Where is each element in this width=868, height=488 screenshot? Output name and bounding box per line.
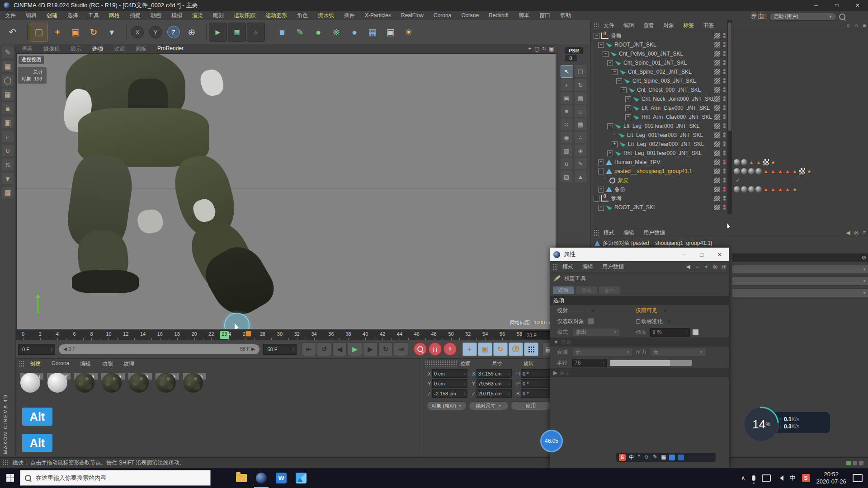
texture-mode-icon[interactable]: ◯ — [2, 75, 14, 86]
polygons-mode-icon[interactable]: ⌐ — [2, 131, 14, 142]
layer-square-icon[interactable] — [714, 51, 720, 56]
texture-tags[interactable]: ▲▲▲▲▲★ — [734, 168, 812, 174]
sphere-tag-icon[interactable] — [748, 168, 755, 174]
diamond-icon[interactable]: ◇ — [575, 105, 586, 117]
coordinate-system-icon[interactable]: ⊕ — [183, 23, 200, 41]
taskbar-search-input[interactable]: 在这里输入你要搜索的内容 — [20, 470, 211, 486]
visibility-dots[interactable] — [723, 33, 726, 39]
list-icon[interactable]: ≡ — [561, 105, 572, 117]
expand-toggle[interactable]: + — [625, 114, 631, 120]
pan-view-icon[interactable]: + — [526, 46, 533, 52]
rotate-tool-icon[interactable]: ↻ — [85, 23, 102, 41]
tri-tag-icon[interactable]: ▲ — [770, 186, 776, 192]
search-icon[interactable]: ○ — [693, 263, 702, 270]
expand-toggle[interactable]: └ — [612, 133, 617, 138]
viewport-menu-item[interactable]: 面板 — [130, 45, 152, 53]
radius-slider[interactable] — [610, 360, 692, 366]
minimize-button[interactable]: ─ — [806, 0, 826, 11]
record-position-toggle[interactable]: + — [462, 343, 477, 356]
grid-mode-icon[interactable]: ▦ — [2, 187, 14, 198]
taskbar-cinema4d[interactable] — [251, 468, 271, 488]
sphere-tag-icon[interactable] — [755, 168, 762, 174]
tri-tag-icon[interactable]: ▲ — [763, 168, 769, 174]
strength-field[interactable]: 9 %↕ — [650, 328, 690, 337]
object-label[interactable]: Lft_Arm_Clav000_JNT_SKL — [642, 105, 710, 111]
speaker-icon[interactable] — [777, 475, 783, 481]
move-icon[interactable]: + — [561, 79, 572, 91]
layers-icon[interactable]: ▤ — [575, 118, 586, 130]
material-item[interactable]: Materia — [182, 371, 207, 380]
menu-item[interactable]: 文件 — [0, 12, 21, 19]
visibility-dots[interactable] — [723, 195, 726, 202]
home-icon[interactable]: ⌂ — [852, 22, 860, 28]
menu-item[interactable]: 运动图形 — [260, 12, 292, 19]
falloff-dropdown[interactable]: 无▼ — [572, 348, 633, 357]
record-pla-toggle[interactable] — [524, 343, 538, 356]
object-label[interactable]: Lft_Leg_001Tear000_JNT_SKL — [623, 123, 699, 129]
object-label[interactable]: Lft_Leg_001Tear003_JNT_SKL — [627, 132, 703, 138]
brush-section-header[interactable]: ▼ 笔刷 — [550, 338, 729, 347]
taskbar-photos[interactable] — [291, 468, 311, 488]
object-tree-scrollbar[interactable] — [727, 20, 732, 214]
layer-square-icon[interactable] — [714, 187, 720, 192]
layer-square-icon[interactable] — [714, 60, 720, 66]
viewport-menu-item[interactable]: 摄像机 — [38, 45, 65, 53]
notification-center-icon[interactable] — [853, 474, 863, 482]
paint-mode-icon[interactable]: ▼ — [2, 173, 14, 184]
tray-chevron-icon[interactable]: ∧ — [741, 474, 745, 481]
side-dropdown[interactable]: ▼ — [732, 265, 868, 274]
divider[interactable] — [267, 24, 271, 40]
loop-play-button[interactable]: ↻ — [378, 343, 393, 356]
expand-toggle[interactable]: └ — [603, 178, 608, 183]
edges-mode-icon[interactable]: ▣ — [2, 117, 14, 128]
particles-icon[interactable]: ※ — [328, 23, 345, 41]
move-tool-icon[interactable]: + — [49, 23, 66, 41]
texture-tags[interactable]: ▲▲★ — [734, 159, 776, 165]
panel-drag-handle[interactable] — [3, 460, 8, 466]
last-used-tool-icon[interactable]: ▾ — [103, 23, 120, 41]
deformer-icon[interactable]: ● — [346, 23, 363, 41]
material-menu-item[interactable]: 纹理 — [118, 360, 140, 368]
size-field[interactable]: Z 20.015 cm↕ — [472, 389, 512, 398]
render-to-picture-viewer-icon[interactable]: ▦ — [228, 23, 246, 42]
visibility-dots[interactable] — [723, 114, 726, 120]
maximize-button[interactable]: □ — [826, 0, 847, 11]
menu-item[interactable]: 渲染 — [187, 12, 208, 19]
attribute-tab[interactable]: 衰减 — [576, 286, 597, 295]
sds-mode-icon[interactable]: S — [2, 159, 14, 170]
perspective-viewport[interactable]: 透视视图 总计 对象 193 网格间距 : 1000 cm — [16, 53, 556, 329]
tri-tag-icon[interactable]: ▲ — [784, 186, 791, 192]
attributes-window-titlebar[interactable]: 属性 ─ □ ✕ — [550, 248, 729, 261]
layer-square-icon[interactable] — [714, 150, 720, 156]
display-icon[interactable] — [762, 474, 771, 482]
expand-toggle[interactable]: − — [616, 78, 622, 84]
position-field[interactable]: Z -2.158 cm↕ — [428, 389, 467, 398]
keyframe-marker[interactable] — [245, 331, 251, 337]
layer-square-icon[interactable] — [714, 169, 720, 174]
checker-tag-icon[interactable] — [799, 168, 805, 174]
selected-object-row[interactable]: 多边形对象 [pasted__shouqiang1_group41.1] — [591, 238, 868, 248]
menu-item[interactable]: 工具 — [83, 12, 104, 19]
y-axis-lock-icon[interactable]: Y — [147, 23, 164, 41]
position-field[interactable]: Y 0 cm↕ — [428, 379, 467, 388]
gem-icon[interactable]: ◈ — [575, 145, 586, 156]
expand-toggle[interactable]: + — [607, 150, 613, 156]
material-item[interactable]: BM_Hu — [19, 371, 44, 380]
punctuation-icon[interactable]: ° — [638, 454, 640, 461]
close-button[interactable]: ✕ — [847, 0, 868, 11]
maximize-button[interactable]: □ — [693, 251, 711, 258]
ime-indicator[interactable]: 中 — [790, 474, 796, 482]
view-label[interactable]: 透视视图 — [19, 56, 44, 64]
sphere-tag-icon[interactable] — [741, 186, 747, 192]
object-label[interactable]: ROOT_JNT_SKL — [614, 204, 656, 211]
rotate-icon[interactable]: ↻ — [575, 79, 586, 91]
camera-icon[interactable]: ▣ — [382, 23, 399, 41]
layer-square-icon[interactable] — [714, 178, 720, 183]
maximize-view-icon[interactable]: ▣ — [548, 46, 555, 52]
tri-tag-icon[interactable]: ▲ — [784, 168, 791, 174]
render-view-icon[interactable]: ▶ — [209, 23, 227, 42]
menu-icon[interactable]: ≡ — [860, 230, 868, 236]
recording-timer-overlay[interactable]: 46:05 — [540, 430, 563, 452]
menu-item[interactable]: Octane — [456, 12, 484, 19]
tri-tag-icon[interactable]: ▲ — [792, 168, 798, 174]
